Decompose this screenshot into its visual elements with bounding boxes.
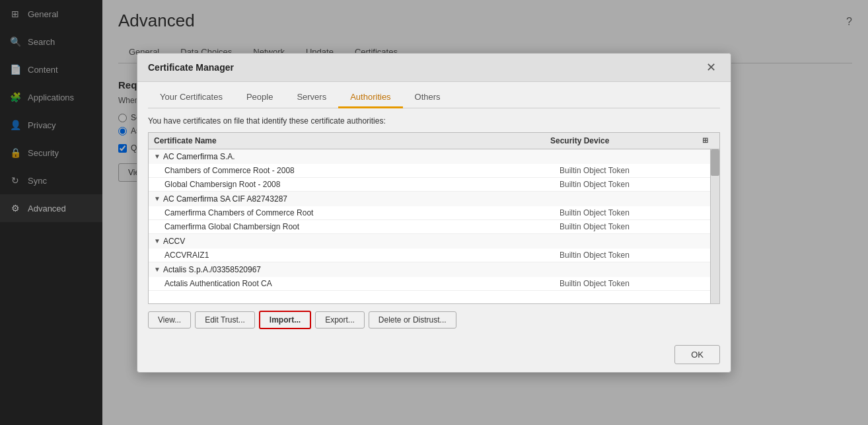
dialog-ok-row: OK xyxy=(137,340,731,372)
cert-scroll-thumb[interactable] xyxy=(711,149,719,176)
table-row[interactable]: Actalis Authentication Root CABuiltin Ob… xyxy=(149,277,710,291)
cert-device: Builtin Object Token xyxy=(560,279,705,288)
tab-servers[interactable]: Servers xyxy=(285,87,338,108)
cert-name: Camerfirma Global Chambersign Root xyxy=(164,222,560,231)
certificate-manager-dialog: Certificate Manager ✕ Your Certificates … xyxy=(137,53,731,373)
cert-device: Builtin Object Token xyxy=(560,166,705,175)
tab-others[interactable]: Others xyxy=(403,87,452,108)
group-arrow-icon: ▼ xyxy=(154,237,161,245)
ok-button[interactable]: OK xyxy=(674,345,720,364)
cert-device: Builtin Object Token xyxy=(560,251,705,260)
export-button[interactable]: Export... xyxy=(315,311,365,328)
cert-name: Chambers of Commerce Root - 2008 xyxy=(164,166,560,175)
dialog-footer: View... Edit Trust... Import... Export..… xyxy=(148,311,720,329)
dialog-title: Certificate Manager xyxy=(148,62,234,73)
view-button[interactable]: View... xyxy=(148,311,191,328)
dialog-header: Certificate Manager ✕ xyxy=(137,54,731,82)
cert-group-header[interactable]: ▼Actalis S.p.A./03358520967 xyxy=(149,262,710,277)
cert-name: Camerfirma Chambers of Commerce Root xyxy=(164,208,560,217)
cert-name: Global Chambersign Root - 2008 xyxy=(164,180,560,189)
cert-device: Builtin Object Token xyxy=(560,208,705,217)
cert-col-name-header: Certificate Name xyxy=(154,136,550,145)
certificate-table: Certificate Name Security Device ⊞ ▼AC C… xyxy=(148,132,720,304)
cert-device: Builtin Object Token xyxy=(560,222,705,231)
table-row[interactable]: Camerfirma Chambers of Commerce RootBuil… xyxy=(149,206,710,220)
tab-authorities[interactable]: Authorities xyxy=(338,87,402,108)
delete-distrust-button[interactable]: Delete or Distrust... xyxy=(369,311,456,328)
edit-trust-button[interactable]: Edit Trust... xyxy=(195,311,255,328)
dialog-description: You have certificates on file that ident… xyxy=(148,116,720,126)
cert-group-header[interactable]: ▼ACCV xyxy=(149,234,710,249)
cert-table-header: Certificate Name Security Device ⊞ xyxy=(149,133,719,149)
table-row[interactable]: Camerfirma Global Chambersign RootBuilti… xyxy=(149,220,710,234)
tab-people[interactable]: People xyxy=(235,87,285,108)
dialog-close-button[interactable]: ✕ xyxy=(702,60,720,75)
cert-name: Actalis Authentication Root CA xyxy=(164,279,560,288)
cert-name: ACCVRAIZ1 xyxy=(164,251,560,260)
cert-table-body: ▼AC Camerfirma S.A.Chambers of Commerce … xyxy=(149,149,710,303)
group-arrow-icon: ▼ xyxy=(154,153,161,160)
modal-overlay: Certificate Manager ✕ Your Certificates … xyxy=(0,0,868,425)
import-button[interactable]: Import... xyxy=(259,311,311,329)
cert-group-header[interactable]: ▼AC Camerfirma SA CIF A82743287 xyxy=(149,192,710,206)
table-row[interactable]: ACCVRAIZ1Builtin Object Token xyxy=(149,249,710,262)
table-row[interactable]: Chambers of Commerce Root - 2008Builtin … xyxy=(149,164,710,178)
cert-scrollbar[interactable] xyxy=(710,149,719,303)
dialog-tabs: Your Certificates People Servers Authori… xyxy=(148,82,720,108)
group-arrow-icon: ▼ xyxy=(154,195,161,202)
cert-device: Builtin Object Token xyxy=(560,180,705,189)
dialog-body: Your Certificates People Servers Authori… xyxy=(137,82,731,340)
table-row[interactable]: Global Chambersign Root - 2008Builtin Ob… xyxy=(149,178,710,192)
cert-group-header[interactable]: ▼AC Camerfirma S.A. xyxy=(149,149,710,164)
group-arrow-icon: ▼ xyxy=(154,266,161,273)
sort-icon[interactable]: ⊞ xyxy=(696,136,714,145)
cert-col-device-header: Security Device xyxy=(550,136,696,145)
tab-your-certificates[interactable]: Your Certificates xyxy=(148,87,235,108)
